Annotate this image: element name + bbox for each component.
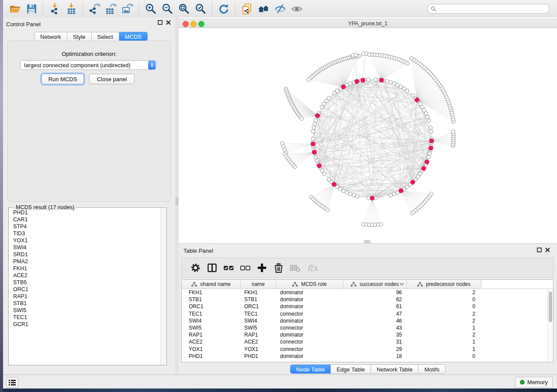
dominator-graph-node[interactable] (311, 142, 315, 146)
graph-node[interactable] (315, 159, 318, 162)
dominator-graph-node[interactable] (361, 78, 365, 83)
graph-node[interactable] (427, 155, 430, 159)
graph-node[interactable] (349, 192, 352, 196)
graph-node[interactable] (367, 53, 371, 56)
mcds-result-item[interactable]: SWI4 (9, 244, 160, 251)
table-cell[interactable]: SWI4 (182, 318, 241, 324)
import-network-from-file-button[interactable] (47, 1, 62, 16)
table-cell[interactable]: 62 (343, 296, 407, 303)
graph-node[interactable] (352, 193, 356, 197)
select-stepper-icon[interactable] (148, 61, 156, 69)
table-cell[interactable]: ORC1 (241, 303, 276, 309)
close-panel-button[interactable]: Close panel (89, 74, 135, 84)
duplicate-network-button[interactable] (239, 1, 254, 16)
dominator-graph-node[interactable] (429, 139, 434, 143)
column-header-successor-nodes[interactable]: successor nodes (343, 280, 407, 289)
graph-node[interactable] (392, 82, 396, 85)
table-scrollbar-thumb[interactable] (549, 292, 552, 322)
table-cell[interactable]: 1 (407, 339, 481, 345)
graph-node[interactable] (351, 54, 355, 57)
graph-node[interactable] (293, 165, 297, 168)
table-cell[interactable]: 29 (343, 346, 407, 352)
graph-node[interactable] (314, 119, 318, 122)
table-cell[interactable]: SWI4 (241, 318, 276, 324)
dominator-graph-node[interactable] (399, 189, 403, 193)
mcds-result-item[interactable]: STB5 (9, 279, 160, 286)
dominator-graph-node[interactable] (332, 182, 336, 186)
graph-node[interactable] (300, 117, 303, 120)
mcds-result-item[interactable]: CAR1 (9, 216, 160, 223)
table-settings-button[interactable] (188, 260, 203, 275)
open-file-button[interactable] (7, 1, 22, 16)
mcds-result-item[interactable]: YOX1 (9, 237, 160, 244)
table-cell[interactable]: connector (276, 339, 343, 345)
sort-dropdown-icon[interactable] (400, 283, 404, 285)
select-all-columns-button[interactable] (221, 260, 236, 275)
tab-select[interactable]: Select (92, 32, 119, 41)
deselect-all-columns-button[interactable] (238, 260, 253, 275)
apply-function-button[interactable]: f(x) (304, 260, 319, 275)
graph-node[interactable] (361, 52, 365, 55)
graph-node[interactable] (349, 82, 352, 85)
graph-node[interactable] (374, 196, 377, 200)
tab-motifs[interactable]: Motifs (419, 364, 446, 374)
horizontal-splitter-handle[interactable] (364, 240, 370, 244)
graph-node[interactable] (311, 137, 315, 141)
column-header-name[interactable]: name (241, 280, 276, 289)
memory-button[interactable]: Memory (515, 377, 553, 388)
graph-node[interactable] (424, 112, 428, 115)
graph-node[interactable] (332, 91, 336, 95)
mcds-result-item[interactable]: STP4 (9, 223, 160, 230)
table-cell[interactable]: dominator (276, 303, 343, 309)
vertical-splitter[interactable] (175, 17, 179, 375)
table-cell[interactable]: connector (276, 311, 343, 317)
table-cell[interactable]: 35 (343, 332, 407, 338)
table-cell[interactable]: 18 (343, 353, 407, 359)
graph-node[interactable] (356, 195, 359, 198)
table-cell[interactable]: 31 (343, 339, 407, 345)
graph-node[interactable] (314, 155, 318, 159)
tab-mcds[interactable]: MCDS (119, 32, 148, 41)
table-row[interactable]: SWI5SWI5connector431 (182, 324, 553, 331)
graph-node[interactable] (311, 130, 315, 133)
dominator-graph-node[interactable] (341, 85, 346, 89)
export-network-button[interactable] (87, 1, 102, 16)
graph-node[interactable] (428, 152, 432, 155)
tab-style[interactable]: Style (67, 32, 92, 41)
table-cell[interactable]: SWI5 (241, 325, 276, 331)
graph-node[interactable] (342, 189, 345, 193)
graph-node[interactable] (392, 192, 396, 196)
table-cell[interactable]: TEC1 (241, 311, 276, 317)
table-row[interactable]: SWI4SWI4dominator462 (182, 317, 553, 324)
mcds-result-item[interactable]: SWI5 (9, 307, 160, 314)
table-cell[interactable]: connector (276, 346, 343, 352)
graph-node[interactable] (374, 78, 377, 81)
dominator-graph-node[interactable] (411, 180, 415, 185)
graph-node[interactable] (367, 196, 370, 200)
table-cell[interactable]: SWI5 (182, 325, 241, 331)
close-panel-icon[interactable] (166, 20, 171, 25)
table-cell[interactable]: RAP1 (241, 332, 276, 338)
home-view-button[interactable] (256, 1, 271, 16)
search-input[interactable] (438, 4, 549, 13)
table-cell[interactable]: 0 (407, 296, 481, 303)
graph-node[interactable] (410, 57, 413, 60)
hide-graphics-details-button[interactable] (273, 1, 287, 16)
graph-node[interactable] (322, 172, 326, 175)
table-cell[interactable]: 2 (407, 318, 481, 324)
delete-table-button[interactable] (287, 260, 302, 275)
table-cell[interactable]: YOX1 (241, 346, 276, 352)
table-cell[interactable]: 2 (407, 332, 481, 338)
mcds-result-item[interactable]: RAP1 (9, 293, 160, 300)
network-graph[interactable] (179, 28, 557, 243)
table-cell[interactable]: TEC1 (182, 311, 241, 317)
table-cell[interactable]: YOX1 (182, 346, 241, 352)
network-canvas[interactable] (179, 28, 557, 243)
tab-edge-table[interactable]: Edge Table (331, 364, 371, 374)
table-row[interactable]: RAP1RAP1dominator352 (182, 331, 553, 338)
export-image-button[interactable] (120, 1, 135, 16)
graph-node[interactable] (307, 78, 310, 81)
graph-node[interactable] (367, 78, 370, 81)
table-scrollbar[interactable] (547, 289, 553, 362)
dominator-graph-node[interactable] (315, 113, 320, 118)
